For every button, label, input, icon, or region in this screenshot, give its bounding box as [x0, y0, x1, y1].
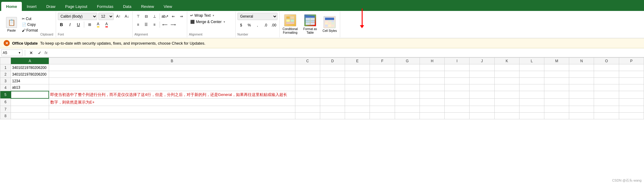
cell-E1[interactable] — [345, 64, 370, 71]
cell-G3[interactable] — [395, 78, 420, 84]
cell-L4[interactable] — [519, 84, 544, 91]
cell-P7[interactable] — [619, 106, 644, 113]
cell-P5[interactable] — [619, 91, 644, 99]
confirm-formula-button[interactable]: ✓ — [36, 49, 43, 56]
cell-O5[interactable] — [594, 91, 619, 99]
col-header-P[interactable]: P — [619, 58, 644, 64]
cell-ref-dropdown[interactable]: ▼ — [18, 51, 21, 54]
border-button[interactable]: ⊞ — [86, 21, 93, 28]
cell-E6[interactable] — [345, 98, 370, 106]
cell-C1[interactable] — [295, 64, 320, 71]
ltr-button[interactable]: ⟶ — [170, 21, 177, 28]
cell-L7[interactable] — [519, 106, 544, 113]
cell-E7[interactable] — [345, 106, 370, 113]
cell-O2[interactable] — [594, 71, 619, 78]
cell-N4[interactable] — [569, 84, 594, 91]
cell-A4[interactable]: ab13 — [11, 84, 49, 91]
cell-H4[interactable] — [420, 84, 444, 91]
underline-button[interactable]: U — [75, 21, 82, 28]
formula-input[interactable] — [49, 49, 643, 56]
col-header-B[interactable]: B — [49, 58, 295, 64]
cell-B5[interactable]: 即使当初选中了整个列进行分列，而不是仅仅选择了这4行，但是，分列之后，对于新的列… — [49, 91, 295, 99]
cell-H7[interactable] — [420, 106, 444, 113]
tab-insert[interactable]: Insert — [22, 2, 41, 11]
font-size-select[interactable]: 12 — [98, 13, 114, 20]
italic-button[interactable]: I — [66, 21, 74, 28]
cell-K5[interactable] — [494, 91, 519, 99]
cell-N7[interactable] — [569, 106, 594, 113]
cell-L1[interactable] — [519, 64, 544, 71]
cell-G1[interactable] — [395, 64, 420, 71]
align-left-button[interactable]: ≡ — [134, 21, 142, 28]
row-number-5[interactable]: 5 — [0, 91, 11, 99]
fill-color-button[interactable]: A — [95, 21, 102, 28]
cell-B1[interactable] — [49, 64, 295, 71]
copy-button[interactable]: 📄 Copy — [21, 22, 39, 27]
indent-decrease-button[interactable]: ⇐ — [170, 13, 177, 20]
tab-formulas[interactable]: Formulas — [92, 2, 118, 11]
cell-B6[interactable]: 数字，则依然是展示为E+ — [49, 98, 295, 106]
col-header-O[interactable]: O — [594, 58, 619, 64]
col-header-H[interactable]: H — [420, 58, 444, 64]
cell-G8[interactable] — [395, 113, 420, 119]
cell-B2[interactable] — [49, 71, 295, 78]
align-bottom-button[interactable]: ⊥ — [151, 13, 158, 20]
indent-increase-button[interactable]: ⇒ — [178, 13, 185, 20]
cell-D8[interactable] — [320, 113, 345, 119]
tab-draw[interactable]: Draw — [41, 2, 60, 11]
percent-button[interactable]: % — [246, 22, 253, 29]
cell-F6[interactable] — [370, 98, 395, 106]
cell-A8[interactable] — [11, 113, 49, 119]
cell-K2[interactable] — [494, 71, 519, 78]
cell-B4[interactable] — [49, 84, 295, 91]
cell-P2[interactable] — [619, 71, 644, 78]
cell-E4[interactable] — [345, 84, 370, 91]
cell-F2[interactable] — [370, 71, 395, 78]
cell-F7[interactable] — [370, 106, 395, 113]
cell-P8[interactable] — [619, 113, 644, 119]
col-header-F[interactable]: F — [370, 58, 395, 64]
cell-N8[interactable] — [569, 113, 594, 119]
number-format-select[interactable]: General — [237, 13, 277, 20]
cell-I6[interactable] — [445, 98, 470, 106]
cell-K8[interactable] — [494, 113, 519, 119]
cell-E2[interactable] — [345, 71, 370, 78]
cell-M6[interactable] — [544, 98, 569, 106]
row-number-1[interactable]: 1 — [0, 64, 11, 71]
cell-B7[interactable] — [49, 106, 295, 113]
cell-A6[interactable] — [11, 98, 49, 106]
cell-H5[interactable] — [420, 91, 444, 99]
cell-G2[interactable] — [395, 71, 420, 78]
col-header-I[interactable]: I — [445, 58, 470, 64]
bold-button[interactable]: B — [58, 21, 65, 28]
orientation-button[interactable]: ab↗ — [161, 13, 169, 20]
row-number-2[interactable]: 2 — [0, 71, 11, 78]
cell-I3[interactable] — [445, 78, 470, 84]
format-as-table-button[interactable]: Format as Table — [301, 13, 319, 36]
cell-K6[interactable] — [494, 98, 519, 106]
cell-E5[interactable] — [345, 91, 370, 99]
cell-H2[interactable] — [420, 71, 444, 78]
cell-K4[interactable] — [494, 84, 519, 91]
cut-button[interactable]: ✂ Cut — [21, 16, 39, 22]
cell-A7[interactable] — [11, 106, 49, 113]
row-number-6[interactable]: 6 — [0, 98, 11, 106]
cell-D3[interactable] — [320, 78, 345, 84]
cell-O6[interactable] — [594, 98, 619, 106]
cell-B3[interactable] — [49, 78, 295, 84]
col-header-L[interactable]: L — [519, 58, 544, 64]
cell-A3[interactable]: 1234 — [11, 78, 49, 84]
cancel-formula-button[interactable]: ✕ — [28, 49, 35, 56]
cell-J6[interactable] — [470, 98, 494, 106]
font-color-button[interactable]: A — [103, 21, 110, 28]
cell-D2[interactable] — [320, 71, 345, 78]
align-top-button[interactable]: ⊤ — [134, 13, 142, 20]
cell-I4[interactable] — [445, 84, 470, 91]
cell-M1[interactable] — [544, 64, 569, 71]
cell-C5[interactable] — [295, 91, 320, 99]
col-header-M[interactable]: M — [544, 58, 569, 64]
cell-N5[interactable] — [569, 91, 594, 99]
tab-home[interactable]: Home — [1, 2, 22, 11]
row-number-7[interactable]: 7 — [0, 106, 11, 113]
cell-L3[interactable] — [519, 78, 544, 84]
